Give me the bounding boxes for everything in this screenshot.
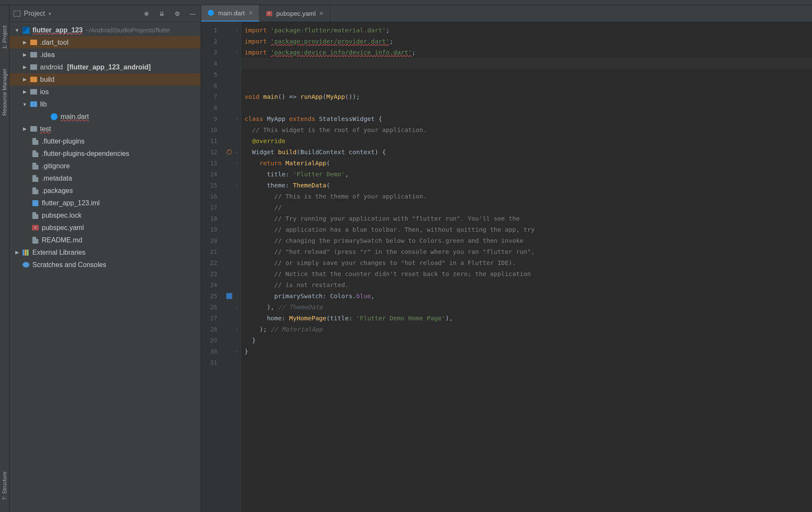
locate-icon[interactable]: ⊕ xyxy=(143,10,150,17)
tree-dart-tool[interactable]: ▶ .dart_tool xyxy=(9,36,201,49)
tree-readme[interactable]: README.md xyxy=(9,234,201,246)
gutter-annotation xyxy=(225,80,233,91)
tree-android[interactable]: ▶ android [flutter_app_123_android] xyxy=(9,61,201,73)
fold-marker[interactable] xyxy=(233,279,241,291)
tree-scratches[interactable]: Scratches and Consoles xyxy=(9,259,201,271)
folder-icon xyxy=(30,126,37,132)
fold-marker[interactable] xyxy=(233,102,241,113)
tree-main-dart[interactable]: main.dart xyxy=(9,110,201,123)
line-number: 5 xyxy=(201,69,225,80)
project-view-selector[interactable]: Project ▾ xyxy=(14,10,143,17)
line-number: 11 xyxy=(201,135,225,147)
fold-marker[interactable] xyxy=(233,357,241,368)
code-editor[interactable]: 1234567891011121314151617181920212223242… xyxy=(201,22,812,512)
fold-marker[interactable] xyxy=(233,80,241,91)
tree-pubspec-lock[interactable]: pubspec.lock xyxy=(9,209,201,221)
item-label: lib xyxy=(40,101,47,108)
chevron-down-icon: ▾ xyxy=(49,11,51,17)
tool-window-stripe: 1: Project Resource Manager 7: Structure xyxy=(0,5,9,512)
fold-marker[interactable]: − xyxy=(233,324,241,335)
fold-marker[interactable] xyxy=(233,69,241,80)
fold-marker[interactable] xyxy=(233,191,241,202)
fold-marker[interactable] xyxy=(233,268,241,279)
tree-gitignore[interactable]: .gitignore xyxy=(9,160,201,172)
chevron-right-icon: ▶ xyxy=(22,40,27,45)
fold-marker[interactable]: − xyxy=(233,25,241,36)
line-number: 1 xyxy=(201,25,225,36)
gutter-structure[interactable]: 7: Structure xyxy=(0,468,9,503)
fold-marker[interactable]: − xyxy=(233,47,241,58)
fold-marker[interactable] xyxy=(233,313,241,324)
tree-metadata[interactable]: .metadata xyxy=(9,172,201,184)
item-label: pubspec.yaml xyxy=(42,224,84,232)
editor-tabs: main.dart ✕ Y pubspec.yaml ✕ xyxy=(201,5,812,22)
line-number-gutter: 1234567891011121314151617181920212223242… xyxy=(201,22,225,512)
tree-packages[interactable]: .packages xyxy=(9,184,201,197)
tree-ios[interactable]: ▶ ios xyxy=(9,86,201,98)
tree-pubspec-yaml[interactable]: Y pubspec.yaml xyxy=(9,221,201,234)
gutter-annotation xyxy=(225,224,233,235)
tree-flutter-plugins[interactable]: .flutter-plugins xyxy=(9,135,201,147)
expand-icon[interactable]: ⇊ xyxy=(158,10,166,17)
hide-icon[interactable]: — xyxy=(189,10,196,17)
gear-icon[interactable]: ⚙ xyxy=(173,10,181,17)
fold-marker[interactable]: − xyxy=(233,346,241,357)
line-number: 24 xyxy=(201,279,225,291)
tab-pubspec-yaml[interactable]: Y pubspec.yaml ✕ xyxy=(259,5,331,22)
folder-icon xyxy=(30,52,37,58)
fold-marker[interactable] xyxy=(233,335,241,346)
tree-external-libs[interactable]: ▶ External Libraries xyxy=(9,246,201,259)
line-number: 18 xyxy=(201,213,225,224)
gutter-annotation xyxy=(225,213,233,224)
fold-marker[interactable]: − xyxy=(233,180,241,191)
fold-marker[interactable]: − xyxy=(233,147,241,158)
fold-marker[interactable]: − xyxy=(233,113,241,124)
fold-marker[interactable] xyxy=(233,257,241,268)
tree-build[interactable]: ▶ build xyxy=(9,73,201,86)
tab-main-dart[interactable]: main.dart ✕ xyxy=(201,5,259,22)
tree-test[interactable]: ▶ test xyxy=(9,123,201,135)
annotation-gutter xyxy=(225,22,233,512)
fold-marker[interactable] xyxy=(233,91,241,102)
library-icon xyxy=(22,249,30,256)
item-label: .packages xyxy=(42,187,73,195)
fold-marker[interactable] xyxy=(233,291,241,302)
fold-marker[interactable] xyxy=(233,202,241,213)
close-icon[interactable]: ✕ xyxy=(319,10,324,17)
gutter-annotation xyxy=(225,202,233,213)
project-tree[interactable]: ▼ flutter_app_123 ~/AndroidStudioProject… xyxy=(9,22,201,271)
line-number: 19 xyxy=(201,224,225,235)
fold-marker[interactable] xyxy=(233,124,241,135)
tree-idea[interactable]: ▶ .idea xyxy=(9,49,201,61)
tree-iml[interactable]: flutter_app_123.iml xyxy=(9,197,201,209)
gutter-annotation xyxy=(225,291,233,302)
line-number: 23 xyxy=(201,268,225,279)
fold-marker[interactable] xyxy=(233,58,241,69)
tree-lib[interactable]: ▼ lib xyxy=(9,98,201,110)
breadcrumb-bar xyxy=(0,0,812,5)
gutter-resource-manager[interactable]: Resource Manager xyxy=(0,65,9,119)
fold-marker[interactable] xyxy=(233,36,241,47)
code-content[interactable]: import 'package:flutter/material.dart'; … xyxy=(241,22,812,512)
gutter-project[interactable]: 1: Project xyxy=(0,22,9,52)
gutter-annotation xyxy=(225,58,233,69)
close-icon[interactable]: ✕ xyxy=(248,10,253,16)
override-icon[interactable] xyxy=(227,150,232,155)
fold-marker[interactable] xyxy=(233,235,241,246)
fold-marker[interactable] xyxy=(233,213,241,224)
file-icon xyxy=(32,237,39,244)
fold-marker[interactable] xyxy=(233,246,241,257)
fold-marker[interactable] xyxy=(233,169,241,180)
fold-marker[interactable]: − xyxy=(233,302,241,313)
fold-marker[interactable]: − xyxy=(233,158,241,169)
color-swatch-icon[interactable] xyxy=(226,293,232,299)
fold-marker[interactable] xyxy=(233,135,241,147)
item-label: External Libraries xyxy=(32,249,86,256)
tree-root[interactable]: ▼ flutter_app_123 ~/AndroidStudioProject… xyxy=(9,24,201,36)
fold-marker[interactable] xyxy=(233,224,241,235)
gutter-annotation xyxy=(225,158,233,169)
line-number: 2 xyxy=(201,36,225,47)
gutter-annotation xyxy=(225,246,233,257)
tree-flutter-plugins-deps[interactable]: .flutter-plugins-dependencies xyxy=(9,147,201,160)
line-number: 8 xyxy=(201,102,225,113)
